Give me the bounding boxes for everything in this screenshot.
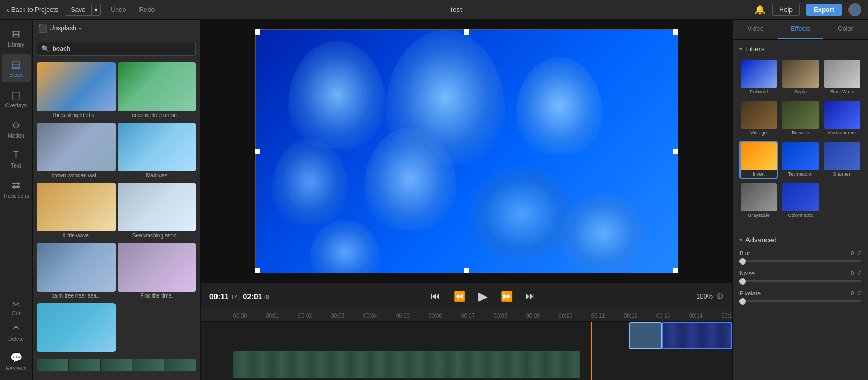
filter-sharpen[interactable]: Sharpen	[823, 141, 861, 179]
filter-sepia[interactable]: Sepia	[781, 59, 820, 96]
filter-colormatrix-thumb	[782, 183, 819, 211]
save-button[interactable]: Save	[65, 4, 91, 16]
noise-slider-row: Noise 0 ↺	[739, 269, 861, 282]
filter-invert-thumb	[741, 142, 777, 170]
undo-button[interactable]: Undo	[107, 4, 130, 15]
export-button[interactable]: Export	[806, 4, 842, 16]
cut-button[interactable]: ✂ Cut	[9, 296, 24, 320]
ruler-mark: 00:12	[624, 313, 637, 319]
media-thumbnail	[118, 243, 196, 292]
filter-grayscale-thumb	[741, 183, 777, 211]
list-item[interactable]: The last night of a ...	[37, 62, 116, 120]
notification-icon[interactable]: 🔔	[755, 4, 765, 15]
handle-bottom-left[interactable]	[255, 268, 260, 273]
save-dropdown-button[interactable]: ▾	[92, 4, 101, 16]
filter-blackwhite[interactable]: BlackWhite	[823, 59, 861, 96]
handle-top-middle[interactable]	[464, 29, 469, 35]
center-panel: 00:11 17 | 02:01 08 ⏮ ⏪ ▶ ⏩ ⏭ 100% ⚙ 00:…	[201, 20, 732, 380]
tab-color[interactable]: Color	[823, 20, 868, 39]
noise-reset-button[interactable]: ↺	[856, 269, 861, 277]
sidebar-item-stock[interactable]: ▤ Stock	[2, 54, 31, 82]
filter-brownie[interactable]: Brownie	[781, 100, 820, 138]
cut-icon: ✂	[12, 299, 20, 310]
main-content: ⊞ Library ▤ Stock ◫ Overlays ⊙ Motion T …	[0, 20, 868, 380]
unsplash-icon: ⬛	[38, 24, 47, 33]
filter-grayscale[interactable]: Grayscale	[739, 182, 778, 220]
save-group: Save ▾	[65, 4, 100, 16]
track-clip-beach[interactable]	[233, 351, 580, 378]
unsplash-source-button[interactable]: ⬛ Unsplash ▾	[38, 24, 81, 33]
track-clip-jellyfish[interactable]	[662, 322, 732, 349]
filter-technicolor[interactable]: Technicolor	[781, 141, 820, 179]
handle-bottom-right[interactable]	[673, 268, 678, 273]
ruler-mark: 00:02	[298, 313, 312, 319]
search-input[interactable]	[37, 42, 196, 56]
list-item[interactable]: Little wave	[37, 183, 116, 241]
ruler-mark: 00:10	[559, 313, 572, 319]
skip-to-start-button[interactable]: ⏮	[429, 288, 443, 304]
media-item-label: Sea washing asho...	[118, 231, 196, 241]
list-item[interactable]: Find the time.	[118, 243, 196, 301]
handle-top-right[interactable]	[673, 29, 678, 35]
filter-technicolor-thumb	[782, 142, 819, 170]
ruler-mark: 00:13	[656, 313, 670, 319]
help-button[interactable]: Help	[772, 4, 800, 16]
sidebar-item-overlays[interactable]: ◫ Overlays	[2, 85, 31, 113]
jellyfish-shape	[310, 220, 380, 273]
filter-invert[interactable]: Invert	[739, 141, 778, 179]
zoom-display: 100% ⚙	[696, 291, 724, 301]
filters-header[interactable]: ▾ Filters	[739, 45, 861, 53]
handle-bottom-middle[interactable]	[464, 268, 469, 273]
delete-button[interactable]: 🗑 Delete	[5, 322, 27, 345]
sidebar-item-reviews[interactable]: 💬 Reviews	[2, 347, 31, 376]
list-item[interactable]: palm tree near sea...	[37, 243, 116, 301]
list-item[interactable]: brown wooden wal...	[37, 123, 116, 181]
ruler-mark: 00:01	[266, 313, 279, 319]
ruler-mark: 00:11	[591, 313, 605, 319]
pixelate-slider-row: Pixelate 0 ↺	[739, 289, 861, 302]
list-item[interactable]: coconut tree on be...	[118, 62, 196, 120]
pixelate-slider[interactable]	[739, 300, 861, 302]
strip-segment	[69, 359, 100, 371]
play-pause-button[interactable]: ▶	[476, 287, 490, 306]
list-item[interactable]	[37, 303, 116, 355]
filter-colormatrix[interactable]: Colormatrix	[781, 182, 820, 220]
settings-icon[interactable]: ⚙	[716, 291, 724, 301]
filter-sharpen-thumb	[824, 142, 860, 170]
skip-to-end-button[interactable]: ⏭	[524, 288, 538, 304]
filter-polaroid[interactable]: Polaroid	[739, 59, 778, 96]
media-strip	[37, 359, 196, 371]
list-item[interactable]: Sea washing asho...	[118, 183, 196, 241]
tab-video[interactable]: Video	[733, 20, 778, 39]
handle-left-middle[interactable]	[255, 149, 260, 154]
rewind-button[interactable]: ⏪	[451, 288, 468, 305]
handle-right-middle[interactable]	[673, 149, 678, 154]
avatar[interactable]: 👤	[848, 3, 861, 16]
filter-vintage[interactable]: Vintage	[739, 100, 778, 138]
filter-kodachrome[interactable]: Kodachrome	[823, 100, 861, 138]
filter-blackwhite-thumb	[824, 60, 860, 88]
tab-effects[interactable]: Effects	[778, 20, 823, 39]
track-clip-selected[interactable]	[629, 322, 662, 349]
right-panel: Video Effects Color ▾ Filters Polaroid S…	[732, 20, 868, 380]
sidebar-item-library[interactable]: ⊞ Library	[2, 24, 31, 52]
blur-reset-button[interactable]: ↺	[856, 249, 861, 257]
sidebar-item-transitions[interactable]: ⇄ Transitions	[2, 175, 31, 203]
back-to-projects-button[interactable]: ‹ Back to Projects	[7, 5, 58, 14]
media-item-label	[37, 352, 116, 355]
ruler-mark: 00:04	[363, 313, 377, 319]
noise-slider[interactable]	[739, 280, 861, 282]
blur-slider[interactable]	[739, 260, 861, 262]
sidebar-item-text[interactable]: T Text	[2, 145, 31, 173]
search-icon: 🔍	[41, 45, 49, 53]
handle-top-left[interactable]	[255, 29, 260, 35]
fast-forward-button[interactable]: ⏩	[499, 288, 515, 305]
sidebar-item-motion[interactable]: ⊙ Motion	[2, 115, 31, 143]
redo-button[interactable]: Redo	[136, 4, 158, 15]
timeline-tracks	[201, 322, 732, 380]
list-item[interactable]: Maldives	[118, 123, 196, 181]
pixelate-reset-button[interactable]: ↺	[856, 289, 861, 297]
advanced-collapse-icon: ▾	[739, 237, 742, 243]
advanced-header[interactable]: ▾ Advanced	[739, 236, 861, 244]
playhead[interactable]	[591, 322, 592, 380]
